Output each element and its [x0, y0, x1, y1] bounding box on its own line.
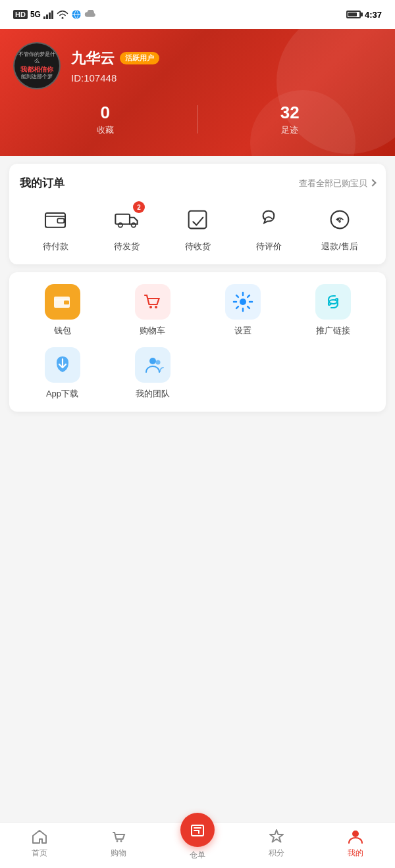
orders-grid: 待付款 2 待发货: [20, 204, 375, 253]
nav-warehouse[interactable]: 仓单: [158, 826, 237, 865]
profile-header: 不管你的梦是什么 我都相信你 能到达那个梦 九华云 活跃用户 ID:107448…: [0, 29, 395, 156]
svg-rect-0: [43, 16, 45, 19]
bottom-nav: 首页 购物 仓单 积分 我的: [0, 822, 395, 868]
svg-rect-7: [115, 214, 130, 224]
download-label: App下载: [46, 388, 78, 400]
tool-my-team[interactable]: 我的团队: [110, 347, 195, 400]
team-tool-icon: [142, 354, 164, 376]
tools-card: 钱包 购物车: [9, 272, 386, 412]
order-label-receive: 待收货: [185, 241, 211, 253]
review-order-icon: [255, 206, 282, 233]
settings-icon-bg: [225, 284, 261, 320]
nav-points-label: 积分: [269, 848, 284, 859]
status-left: HD 5G: [13, 9, 96, 20]
svg-text:¥: ¥: [338, 218, 342, 224]
warehouse-icon: [188, 821, 207, 839]
order-item-refund[interactable]: ¥ 退款/售后: [304, 204, 375, 253]
link-icon-bg: [315, 284, 351, 320]
download-tool-icon: [51, 354, 74, 376]
svg-point-16: [149, 306, 152, 308]
tool-settings[interactable]: 设置: [200, 284, 285, 337]
avatar-line1: 不管你的梦是什么: [17, 51, 57, 65]
svg-rect-2: [49, 12, 51, 19]
nav-mine-label: 我的: [348, 848, 363, 859]
active-badge: 活跃用户: [120, 52, 159, 64]
tool-wallet[interactable]: 钱包: [20, 284, 105, 337]
link-label: 推广链接: [316, 325, 350, 337]
order-label-refund: 退款/售后: [321, 241, 358, 253]
cart-label: 购物车: [140, 325, 165, 337]
profile-stats: 0 收藏 32 足迹: [13, 103, 382, 136]
nav-center-btn[interactable]: [180, 813, 215, 847]
settings-tool-icon: [232, 291, 254, 313]
orders-card: 我的订单 查看全部已购宝贝 待付款: [9, 164, 386, 264]
receive-order-icon: [184, 206, 211, 233]
globe-icon: [71, 9, 82, 20]
svg-rect-10: [189, 211, 207, 229]
nav-mine[interactable]: 我的: [316, 828, 395, 863]
order-icon-wrap-receive: [182, 204, 213, 235]
order-label-review: 待评价: [256, 241, 282, 253]
order-item-pending-receive[interactable]: 待收货: [162, 204, 233, 253]
status-bar: HD 5G 4:37: [0, 0, 395, 29]
view-all-label: 查看全部已购宝贝: [299, 178, 367, 189]
orders-title: 我的订单: [20, 176, 65, 191]
order-icon-wrap-ship: 2: [111, 204, 142, 235]
orders-header: 我的订单 查看全部已购宝贝: [20, 176, 375, 191]
download-icon-bg: [45, 347, 80, 383]
svg-rect-1: [46, 14, 48, 19]
avatar-line3: 能到达那个梦: [17, 74, 57, 80]
avatar-main: 我都相信你: [17, 65, 57, 74]
svg-point-21: [117, 840, 118, 842]
svg-rect-15: [54, 299, 70, 301]
order-item-pending-ship[interactable]: 2 待发货: [91, 204, 162, 253]
avatar[interactable]: 不管你的梦是什么 我都相信你 能到达那个梦: [13, 42, 61, 89]
favorites-label: 收藏: [13, 124, 198, 136]
footprints-count: 32: [198, 103, 382, 123]
footprints-label: 足迹: [198, 124, 382, 136]
battery-icon: [346, 11, 361, 18]
wallet-label: 钱包: [54, 325, 71, 337]
link-tool-icon: [322, 291, 344, 313]
svg-rect-14: [64, 301, 69, 304]
svg-rect-5: [45, 213, 65, 228]
wallet-tool-icon: [52, 291, 73, 312]
refund-order-icon: ¥: [327, 206, 353, 233]
hd-label: HD: [13, 10, 28, 19]
tool-promote-link[interactable]: 推广链接: [290, 284, 375, 337]
order-item-pending-review[interactable]: 待评价: [233, 204, 304, 253]
wallet-icon-bg: [45, 284, 80, 320]
svg-point-19: [149, 358, 156, 364]
settings-label: 设置: [234, 325, 251, 337]
tool-cart[interactable]: 购物车: [110, 284, 195, 337]
nav-shop[interactable]: 购物: [79, 828, 158, 863]
view-all-orders[interactable]: 查看全部已购宝贝: [299, 178, 375, 189]
home-icon: [31, 828, 48, 845]
profile-name: 九华云: [71, 49, 115, 68]
order-label-ship: 待发货: [114, 241, 140, 253]
cart-icon-bg: [135, 284, 171, 320]
svg-point-17: [155, 306, 157, 308]
signal-5g: 5G: [30, 10, 41, 19]
mine-icon: [347, 828, 364, 845]
favorites-count: 0: [13, 103, 198, 123]
stat-favorites[interactable]: 0 收藏: [13, 103, 198, 136]
nav-points[interactable]: 积分: [237, 828, 316, 863]
profile-info: 九华云 活跃用户 ID:107448: [71, 49, 382, 84]
svg-point-24: [352, 831, 359, 837]
status-right: 4:37: [346, 10, 382, 20]
svg-point-18: [240, 299, 246, 305]
tool-app-download[interactable]: App下载: [20, 347, 105, 400]
signal-icon: [43, 10, 54, 19]
nav-warehouse-label: 仓单: [190, 850, 205, 861]
cart-tool-icon: [141, 290, 165, 314]
team-label: 我的团队: [136, 388, 170, 400]
order-icon-wrap-review: [253, 204, 284, 235]
order-item-pending-pay[interactable]: 待付款: [20, 204, 91, 253]
shop-icon: [110, 828, 127, 845]
stat-footprints[interactable]: 32 足迹: [198, 103, 382, 136]
time-display: 4:37: [365, 10, 382, 20]
nav-home[interactable]: 首页: [0, 828, 79, 863]
order-label-pay: 待付款: [43, 241, 68, 253]
cloud-icon: [84, 10, 96, 19]
